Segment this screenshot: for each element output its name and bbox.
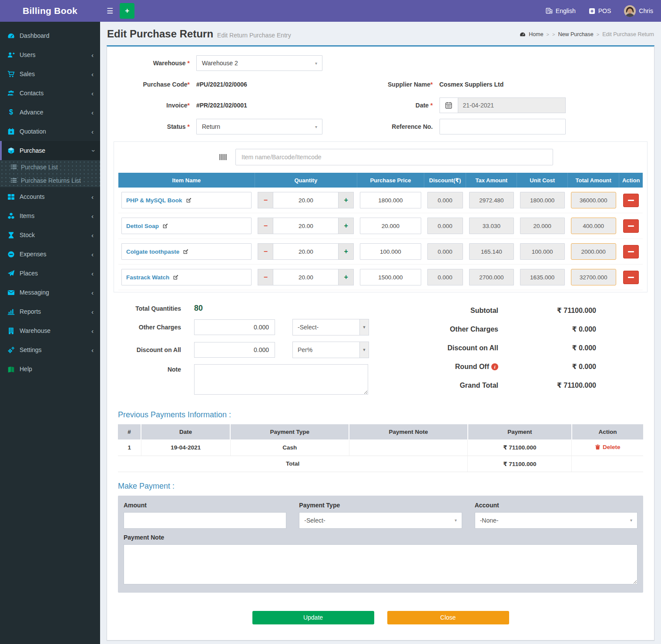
item-name-link[interactable]: PHP & MySQL Book (126, 197, 182, 204)
other-charges-input[interactable] (194, 319, 275, 335)
sidebar-item-label: Purchase Returns List (21, 177, 81, 184)
cubes-icon (7, 212, 15, 220)
quantity-decrease-button[interactable]: − (258, 218, 273, 234)
payment-type-select[interactable]: -Select- ▾ (299, 512, 462, 529)
sidebar-item-purchase-returns-list[interactable]: Purchase Returns List (0, 174, 100, 187)
barcode-icon (218, 153, 228, 161)
purchase-price-input[interactable] (360, 269, 421, 285)
app-logo[interactable]: Billing Book (0, 0, 100, 22)
sidebar-item-advance[interactable]: $ Advance ‹ (0, 103, 100, 122)
sidebar-item-contacts[interactable]: Contacts ‹ (0, 84, 100, 103)
breadcrumb-home[interactable]: Home (529, 31, 543, 37)
payment-note-textarea[interactable] (124, 544, 638, 584)
unit-cost-value: 1800.000 (520, 192, 565, 208)
date-input[interactable] (458, 97, 566, 113)
pos-menu[interactable]: POS (589, 7, 611, 14)
info-icon[interactable]: i (491, 363, 498, 370)
chevron-left-icon: ‹ (91, 90, 94, 97)
payments-total-value: ₹ 71100.000 (468, 456, 572, 472)
remove-item-button[interactable] (623, 271, 639, 284)
quantity-increase-button[interactable]: + (339, 269, 354, 285)
sidebar-item-purchase[interactable]: Purchase ‹ (0, 141, 100, 160)
remove-item-button[interactable] (623, 194, 639, 207)
sidebar-item-purchase-list[interactable]: Purchase List (0, 160, 100, 174)
user-menu[interactable]: Chris (624, 5, 653, 17)
amount-input[interactable] (124, 512, 286, 529)
warehouse-select[interactable]: Warehouse 2 ▾ (196, 55, 322, 71)
item-name-link[interactable]: Dettol Soap (126, 223, 159, 229)
sidebar-item-label: Purchase (20, 147, 45, 154)
minus-icon (628, 251, 634, 252)
purchase-price-input[interactable] (360, 192, 421, 208)
item-name-link[interactable]: Colgate toothpaste (126, 248, 179, 255)
page-title: Edit Purchase Return (107, 28, 213, 40)
sidebar-item-warehouse[interactable]: Warehouse ‹ (0, 321, 100, 340)
subtotal-label: Subtotal (470, 307, 498, 315)
sidebar-item-reports[interactable]: Reports ‹ (0, 302, 100, 321)
purchase-price-input[interactable] (360, 218, 421, 234)
sidebar-item-quotation[interactable]: Quotation ‹ (0, 122, 100, 141)
previous-payments-table: # Date Payment Type Payment Note Payment… (118, 424, 643, 472)
other-charges-select[interactable]: -Select- ▼ (292, 319, 369, 335)
discount-on-all-select[interactable]: Per% ▼ (292, 342, 369, 358)
close-button[interactable]: Close (387, 611, 509, 624)
sidebar-item-help[interactable]: Help (0, 359, 100, 379)
quantity-decrease-button[interactable]: − (258, 269, 273, 285)
note-textarea[interactable] (194, 364, 368, 395)
sidebar-item-users[interactable]: Users ‹ (0, 45, 100, 64)
breadcrumb-separator: > (547, 32, 549, 37)
sidebar-item-items[interactable]: Items ‹ (0, 206, 100, 225)
delete-payment-link[interactable]: Delete (595, 444, 621, 450)
minus-circle-icon (7, 251, 15, 258)
sidebar-item-settings[interactable]: Settings ‹ (0, 340, 100, 359)
reference-no-input[interactable] (440, 119, 566, 134)
item-name-link[interactable]: Fastrack Watch (126, 274, 169, 281)
quantity-decrease-button[interactable]: − (258, 192, 273, 208)
language-menu[interactable]: English (546, 7, 576, 14)
sidebar-toggle-icon[interactable]: ☰ (100, 7, 120, 16)
item-search-input[interactable] (235, 149, 553, 165)
quantity-input[interactable] (273, 218, 339, 234)
purchase-price-input[interactable] (360, 243, 421, 260)
status-select[interactable]: Return ▾ (196, 119, 322, 134)
quantity-increase-button[interactable]: + (339, 192, 354, 208)
form-actions: Update Close (114, 611, 648, 624)
edit-icon[interactable] (183, 248, 189, 255)
remove-item-button[interactable] (623, 245, 639, 258)
make-payment-section: Make Payment : Amount Payment Type -Sele… (114, 472, 648, 593)
invoice-value: #PR/2021/02/0001 (196, 102, 247, 109)
amount-label: Amount (124, 502, 286, 509)
chevron-left-icon: ‹ (91, 270, 94, 277)
quantity-decrease-button[interactable]: − (258, 243, 273, 260)
quantity-increase-button[interactable]: + (339, 243, 354, 260)
quantity-input[interactable] (273, 243, 339, 260)
pos-label: POS (598, 7, 611, 14)
breadcrumb-new-purchase[interactable]: New Purchase (558, 31, 593, 37)
purchase-code-value: #PU/2021/02/0006 (196, 81, 247, 88)
sidebar-item-sales[interactable]: Sales ‹ (0, 64, 100, 84)
sidebar-item-dashboard[interactable]: Dashboard (0, 26, 100, 45)
quantity-increase-button[interactable]: + (339, 218, 354, 234)
payment-note-label: Payment Note (124, 534, 638, 541)
account-select[interactable]: -None- ▾ (475, 512, 638, 529)
discount-on-all-input[interactable] (194, 342, 275, 358)
chevron-down-icon: ▼ (359, 319, 369, 335)
quick-add-button[interactable]: + (120, 3, 134, 19)
sidebar-item-accounts[interactable]: Accounts ‹ (0, 187, 100, 206)
edit-icon[interactable] (186, 197, 192, 203)
sidebar-item-label: Users (20, 51, 36, 58)
sidebar-item-label: Warehouse (20, 327, 50, 334)
update-button[interactable]: Update (252, 611, 374, 624)
sidebar-item-messaging[interactable]: Messaging ‹ (0, 283, 100, 302)
edit-icon[interactable] (162, 223, 168, 229)
sidebar-item-stock[interactable]: Stock ‹ (0, 225, 100, 245)
sidebar-item-places[interactable]: Places ‹ (0, 264, 100, 283)
remove-item-button[interactable] (623, 219, 639, 233)
chevron-left-icon: ‹ (91, 289, 94, 296)
quantity-input[interactable] (273, 192, 339, 208)
quantity-input[interactable] (273, 269, 339, 285)
sidebar-item-expenses[interactable]: Expenses ‹ (0, 245, 100, 264)
users-group-icon (7, 90, 15, 97)
previous-payments-section: Previous Payments Information : # Date P… (114, 401, 648, 472)
edit-icon[interactable] (173, 274, 179, 280)
